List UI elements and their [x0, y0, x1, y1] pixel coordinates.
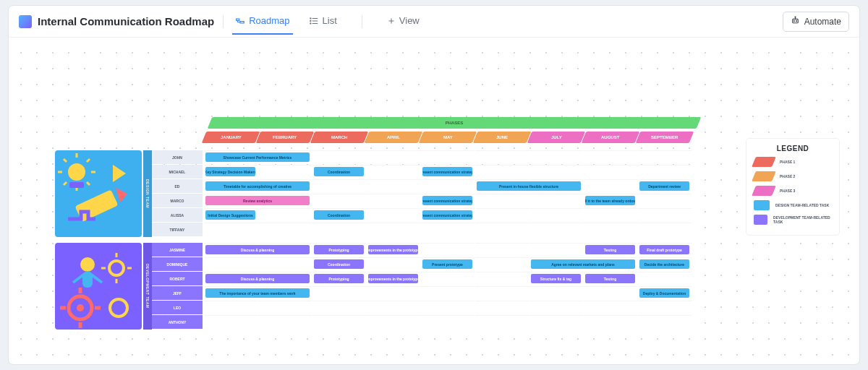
- dev-team-art-icon: [55, 243, 142, 330]
- task-bar[interactable]: Deploy & Documentation: [639, 288, 689, 298]
- legend-swatch: [752, 171, 776, 181]
- task-bar[interactable]: Improvements in the prototype: [368, 274, 418, 283]
- task-bar[interactable]: Coordination: [314, 259, 364, 269]
- task-bar[interactable]: Structure fix & tag: [531, 274, 581, 283]
- grid-cell: [475, 257, 529, 271]
- task-bar[interactable]: Key Strategy Decision Makers: [205, 167, 255, 176]
- person-cell: JASMINE: [152, 243, 203, 257]
- person-cell: MARCO: [152, 194, 203, 207]
- task-bar[interactable]: Improvements in the prototype: [368, 245, 418, 254]
- task-bar[interactable]: Coordination: [314, 167, 364, 176]
- page-title: Internal Communication Roadmap: [38, 15, 214, 27]
- grid-cell: [421, 150, 475, 164]
- tab-label: List: [323, 15, 337, 26]
- list-icon: [309, 16, 319, 26]
- month-header: APRIL: [365, 132, 422, 143]
- grid-cell: [638, 315, 692, 329]
- grid-cell: [529, 150, 583, 164]
- svg-point-40: [77, 304, 84, 311]
- tab-label: View: [399, 15, 420, 26]
- tab-list[interactable]: List: [306, 8, 340, 35]
- grid-cell: [638, 272, 692, 285]
- grid-cell: [475, 194, 529, 207]
- task-bar[interactable]: Sell it to the team already onboard: [585, 196, 635, 205]
- legend-row: PHASE 2: [754, 171, 832, 181]
- grid-cell: [529, 315, 583, 329]
- task-bar[interactable]: Initial Design Suggestions: [205, 210, 255, 220]
- month-label: MARCH: [331, 135, 347, 139]
- grid-cell: [312, 286, 366, 300]
- title-wrap: Internal Communication Roadmap: [19, 15, 214, 28]
- app-frame: Internal Communication Roadmap Roadmap L…: [9, 6, 859, 364]
- month-header: MARCH: [310, 132, 368, 143]
- task-bar[interactable]: Showcase Current Performance Metrics: [205, 152, 310, 162]
- svg-rect-0: [237, 19, 239, 20]
- grid-cell: [421, 243, 475, 257]
- task-bar[interactable]: The importance of your team members work: [205, 288, 310, 298]
- legend-label: PHASE 3: [780, 189, 795, 193]
- task-bar[interactable]: Final draft prototype: [639, 245, 689, 254]
- task-bar[interactable]: Present communication strategy: [422, 210, 472, 220]
- month-label: MAY: [443, 135, 453, 139]
- grid-cell: [421, 223, 475, 236]
- task-bar[interactable]: Coordination: [314, 210, 364, 220]
- grid-cell: [638, 301, 692, 314]
- person-cell: ALISSA: [152, 208, 203, 222]
- task-bar[interactable]: Prototyping: [314, 274, 364, 283]
- task-bar[interactable]: Timetable for accomplishing of creative: [205, 181, 310, 191]
- grid-cell: [475, 150, 529, 164]
- task-bar[interactable]: Department review: [639, 181, 689, 191]
- task-bar[interactable]: Testing: [585, 245, 635, 254]
- task-bar[interactable]: Decide the architecture: [639, 259, 689, 269]
- task-bar[interactable]: Present communication strategy: [422, 196, 472, 205]
- task-bar[interactable]: Testing: [585, 274, 635, 283]
- svg-point-34: [109, 261, 124, 275]
- task-bar[interactable]: Prototyping: [314, 245, 364, 254]
- grid-cell: [421, 301, 475, 314]
- automate-button[interactable]: Automate: [783, 12, 849, 32]
- grid-cell: [367, 165, 420, 178]
- grid-cell: [312, 301, 366, 314]
- task-grid-design: Showcase Current Performance MetricsKey …: [204, 150, 692, 237]
- grid-cell: [475, 301, 529, 314]
- person-cell: ANTHONY: [152, 315, 203, 329]
- whiteboard-canvas[interactable]: PHASES JANUARYFEBRUARYMARCHAPRILMAYJUNEJ…: [9, 38, 859, 364]
- grid-cell: [367, 315, 420, 329]
- grid-cell: [258, 223, 312, 236]
- month-header: JANUARY: [202, 132, 260, 143]
- tab-add-view[interactable]: View: [384, 8, 422, 35]
- task-bar[interactable]: Discuss & planning: [205, 274, 310, 283]
- legend-row: DESIGN TEAM-RELATED TASK: [754, 200, 832, 210]
- month-header: SEPTEMBER: [636, 132, 694, 143]
- divider: [362, 15, 362, 28]
- design-team-art-icon: [55, 150, 142, 237]
- task-bar[interactable]: Present in-house flexible structure: [477, 181, 581, 191]
- grid-cell: [258, 315, 312, 329]
- grid-cell: [367, 150, 420, 164]
- tab-roadmap[interactable]: Roadmap: [232, 8, 292, 35]
- person-cell: LEO: [152, 301, 203, 314]
- grid-cell: [475, 165, 529, 178]
- legend-row: PHASE 1: [754, 157, 832, 167]
- view-tabs: Roadmap List View: [232, 8, 422, 35]
- svg-point-14: [795, 17, 796, 17]
- svg-line-24: [87, 159, 90, 162]
- grid-cell: [367, 179, 420, 193]
- task-bar[interactable]: Review analytics: [205, 196, 310, 205]
- grid-cell: [638, 165, 692, 178]
- legend-label: PHASE 1: [780, 160, 795, 164]
- task-bar[interactable]: Discuss & planning: [205, 245, 310, 254]
- svg-rect-1: [240, 21, 244, 22]
- svg-rect-26: [69, 182, 84, 188]
- month-label: APRIL: [387, 135, 400, 139]
- grid-cell: [529, 165, 583, 178]
- grid-cell: [584, 165, 637, 178]
- person-cell: JOHN: [152, 150, 203, 164]
- grid-cell: [367, 301, 420, 314]
- task-bar[interactable]: Present prototype: [422, 259, 472, 269]
- plus-icon: [387, 17, 396, 25]
- task-bar[interactable]: Agree on relevant markets and plans: [531, 259, 635, 269]
- grid-cell: [475, 272, 529, 285]
- task-bar[interactable]: Present communication strategy: [422, 167, 472, 176]
- app-logo-icon: [19, 15, 32, 28]
